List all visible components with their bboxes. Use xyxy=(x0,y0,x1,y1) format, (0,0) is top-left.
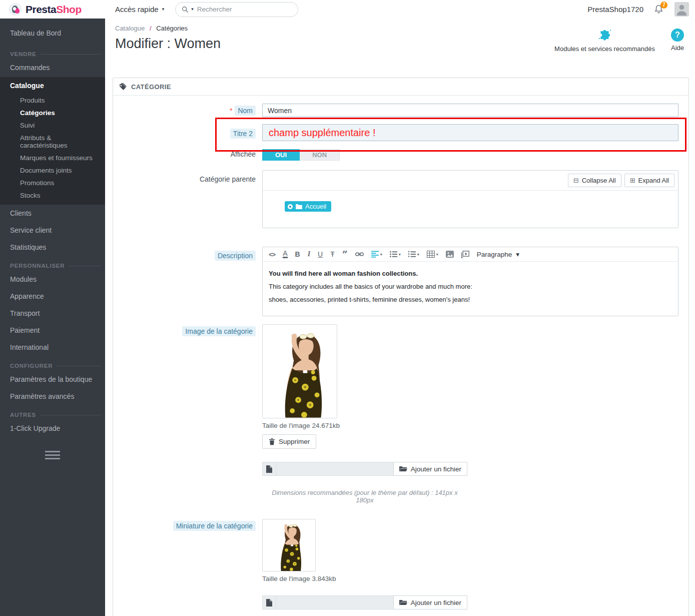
sidebar-item-documents[interactable]: Documents joints xyxy=(0,164,105,177)
quick-access-label: Accès rapide xyxy=(115,5,159,14)
quick-access-menu[interactable]: Accès rapide ▾ xyxy=(115,5,164,14)
file-icon-cell xyxy=(262,462,276,476)
tags-icon xyxy=(119,83,127,91)
bullet-list-icon[interactable]: ▾ xyxy=(390,251,401,258)
tree-node-label: Accueil xyxy=(305,203,326,210)
sidebar-item-stocks[interactable]: Stocks xyxy=(0,189,105,202)
sidebar-item-transport[interactable]: Transport xyxy=(0,305,105,322)
link-icon[interactable] xyxy=(355,252,364,257)
file-name-field[interactable] xyxy=(276,595,393,609)
text-color-icon[interactable]: A xyxy=(283,250,287,258)
collapse-all-button[interactable]: ⊟ Collapse All xyxy=(568,174,621,187)
sidebar-item-suivi[interactable]: Suivi xyxy=(0,119,105,132)
folder-icon xyxy=(296,204,302,209)
tree-node-accueil[interactable]: Accueil xyxy=(285,201,331,212)
sidebar-item-paiement[interactable]: Paiement xyxy=(0,322,105,339)
rich-text-editor: <> A B I U Ŧ ” ▾ xyxy=(262,247,678,316)
category-thumbnail-size: Taille de l'image 3.843kb xyxy=(262,575,678,582)
sidebar-item-statistiques[interactable]: Statistiques xyxy=(0,239,105,256)
brand-shop: Shop xyxy=(56,4,82,15)
top-bar: PrestaShop Accès rapide ▾ ▾ PrestaShop17… xyxy=(0,0,695,19)
description-content[interactable]: You will find here all woman fashion col… xyxy=(263,262,678,316)
expand-all-button[interactable]: ⊞ Expand All xyxy=(624,174,674,187)
sidebar-item-commandes[interactable]: Commandes xyxy=(0,59,105,76)
sidebar-item-apparence[interactable]: Apparence xyxy=(0,288,105,305)
sidebar-item-1click-upgrade[interactable]: 1-Click Upgrade xyxy=(0,420,105,437)
collapse-icon: ⊟ xyxy=(573,177,579,184)
add-file-label: Ajouter un fichier xyxy=(411,465,461,473)
recommended-modules-link[interactable]: Modules et services recommandés xyxy=(554,29,655,53)
breadcrumb-catalogue[interactable]: Catalogue xyxy=(115,25,145,32)
category-image-field-label: Image de la catégorie xyxy=(182,326,256,336)
align-left-icon[interactable]: ▾ xyxy=(371,251,382,258)
description-line-2: This category includes all the basics of… xyxy=(269,283,672,290)
displayed-yes-button[interactable]: OUI xyxy=(262,149,300,161)
category-tree: ⊟ Collapse All ⊞ Expand All xyxy=(262,170,678,228)
numbered-list-caret-icon: ▾ xyxy=(417,252,419,257)
help-link[interactable]: ? Aide xyxy=(671,29,684,53)
sidebar-section-configurer: CONFIGURER xyxy=(0,363,105,369)
insert-media-icon[interactable] xyxy=(461,251,469,258)
sidebar-item-catalogue[interactable]: Catalogue xyxy=(0,77,105,94)
search-scope-caret-icon[interactable]: ▾ xyxy=(191,7,194,12)
table-icon[interactable]: ▾ xyxy=(427,251,438,258)
category-tree-toolbar: ⊟ Collapse All ⊞ Expand All xyxy=(263,171,678,190)
source-code-icon[interactable]: <> xyxy=(269,251,275,258)
blockquote-icon[interactable]: ” xyxy=(342,252,348,257)
bold-icon[interactable]: B xyxy=(295,250,300,258)
sidebar-item-parametres-boutique[interactable]: Paramètres de la boutique xyxy=(0,371,105,388)
name-input[interactable] xyxy=(262,104,678,117)
global-search[interactable]: ▾ xyxy=(175,2,298,17)
expand-icon: ⊞ xyxy=(630,177,635,184)
sidebar-item-international[interactable]: International xyxy=(0,339,105,356)
description-field-label: Description xyxy=(215,251,256,261)
breadcrumb-categories: Catégories xyxy=(156,25,188,32)
sidebar-collapse-button[interactable] xyxy=(45,451,60,459)
delete-image-label: Supprimer xyxy=(279,438,310,445)
delete-image-button[interactable]: Supprimer xyxy=(262,434,316,449)
title2-input[interactable] xyxy=(262,124,678,141)
notifications-button[interactable]: 7 xyxy=(653,4,664,15)
sidebar-item-marques[interactable]: Marques et fournisseurs xyxy=(0,152,105,164)
add-thumbnail-file-button[interactable]: Ajouter un fichier xyxy=(393,595,467,609)
add-file-button[interactable]: Ajouter un fichier xyxy=(393,462,467,476)
folder-open-icon xyxy=(399,599,407,605)
sidebar-group-catalogue: Catalogue Produits Catégories Suivi Attr… xyxy=(0,77,105,205)
file-name-field[interactable] xyxy=(276,462,393,476)
numbered-list-icon[interactable]: ▾ xyxy=(408,251,419,258)
align-caret-icon: ▾ xyxy=(380,252,382,257)
sidebar-item-clients[interactable]: Clients xyxy=(0,205,105,222)
expand-all-label: Expand All xyxy=(638,177,669,184)
sidebar-item-dashboard[interactable]: Tableau de Bord xyxy=(0,25,105,44)
insert-image-icon[interactable] xyxy=(446,251,454,258)
avatar[interactable] xyxy=(674,2,689,17)
search-input[interactable] xyxy=(196,5,292,14)
displayed-field-label: Affichée xyxy=(113,149,262,158)
sidebar-item-service-client[interactable]: Service client xyxy=(0,222,105,239)
sidebar-item-promotions[interactable]: Promotions xyxy=(0,177,105,189)
parent-category-field-label: Catégorie parente xyxy=(113,170,262,183)
sidebar-item-attributs[interactable]: Attributs & caractéristiques xyxy=(0,132,105,152)
paragraph-format-select[interactable]: Paragraphe ▾ xyxy=(477,250,519,258)
paragraph-format-label: Paragraphe xyxy=(477,251,512,258)
recommended-modules-label: Modules et services recommandés xyxy=(554,45,655,53)
sidebar-section-vendre: VENDRE xyxy=(0,51,105,57)
sidebar-section-personnaliser: PERSONNALISER xyxy=(0,263,105,269)
category-image-preview xyxy=(262,324,337,418)
radio-selected-icon[interactable] xyxy=(288,204,293,209)
sidebar-nav: Tableau de Bord VENDRE Commandes Catalog… xyxy=(0,19,105,616)
sidebar-item-modules[interactable]: Modules xyxy=(0,271,105,288)
description-line-3: shoes, accessories, printed t-shirts, fe… xyxy=(269,296,672,303)
shop-name-link[interactable]: PrestaShop1720 xyxy=(587,5,643,14)
sidebar-item-produits[interactable]: Produits xyxy=(0,94,105,107)
sidebar-item-categories[interactable]: Catégories xyxy=(0,107,105,119)
name-field-label: Nom xyxy=(235,106,256,116)
strikethrough-icon[interactable]: Ŧ xyxy=(330,250,335,258)
italic-icon[interactable]: I xyxy=(308,250,310,258)
prestashop-logo[interactable]: PrestaShop xyxy=(0,0,105,19)
displayed-no-button[interactable]: NON xyxy=(300,149,340,161)
sidebar-item-parametres-avances[interactable]: Paramètres avancés xyxy=(0,388,105,405)
underline-icon[interactable]: U xyxy=(318,250,323,258)
file-icon xyxy=(266,465,272,473)
displayed-toggle: OUI NON xyxy=(262,149,340,161)
